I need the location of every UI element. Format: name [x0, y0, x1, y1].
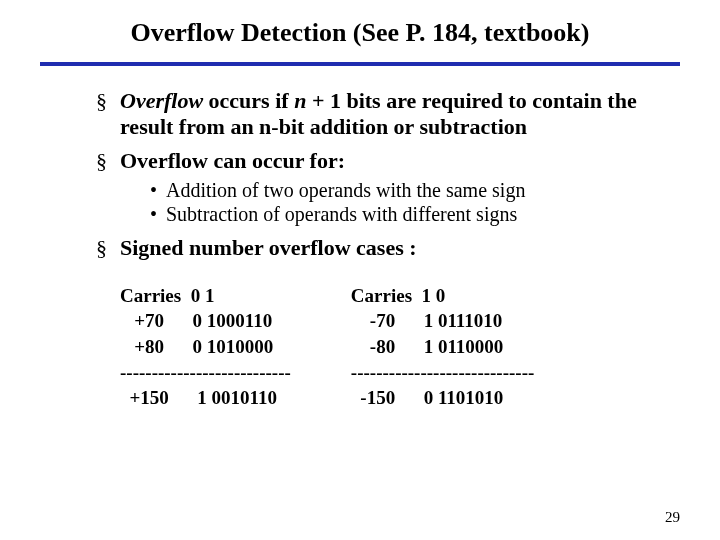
bullet-text: occurs if	[203, 88, 294, 113]
ex-line: +150 1 0010110	[120, 387, 277, 408]
ex-line: +70 0 1000110	[120, 310, 272, 331]
ex-line: +80 0 1010000	[120, 336, 273, 357]
ex-line: Carries 0 1	[120, 285, 214, 306]
bullet-text: Overflow can occur for:	[120, 148, 345, 173]
ex-line: Carries 1 0	[351, 285, 445, 306]
n-italic: n	[294, 88, 306, 113]
ex-line: -70 1 0111010	[351, 310, 502, 331]
bullet-overflow-def: Overflow occurs if n + 1 bits are requir…	[96, 88, 680, 140]
sub-bullet-subtraction: Subtraction of operands with different s…	[150, 202, 680, 226]
ex-line: -80 1 0110000	[351, 336, 504, 357]
example-right: Carries 1 0 -70 1 0111010 -80 1 0110000 …	[351, 283, 535, 411]
example-left: Carries 0 1 +70 0 1000110 +80 0 1010000 …	[120, 283, 291, 411]
page-number: 29	[665, 509, 680, 526]
bullet-can-occur: Overflow can occur for: Addition of two …	[96, 148, 680, 227]
examples-row: Carries 0 1 +70 0 1000110 +80 0 1010000 …	[40, 283, 680, 411]
ex-sep: -----------------------------	[351, 362, 535, 383]
slide-title: Overflow Detection (See P. 184, textbook…	[40, 18, 680, 62]
title-divider	[40, 62, 680, 66]
main-bullet-list: Overflow occurs if n + 1 bits are requir…	[40, 88, 680, 261]
ex-sep: ---------------------------	[120, 362, 291, 383]
sub-bullet-list: Addition of two operands with the same s…	[120, 178, 680, 227]
sub-bullet-addition: Addition of two operands with the same s…	[150, 178, 680, 202]
bullet-signed-cases: Signed number overflow cases :	[96, 235, 680, 261]
ex-line: -150 0 1101010	[351, 387, 504, 408]
overflow-word: Overflow	[120, 88, 203, 113]
